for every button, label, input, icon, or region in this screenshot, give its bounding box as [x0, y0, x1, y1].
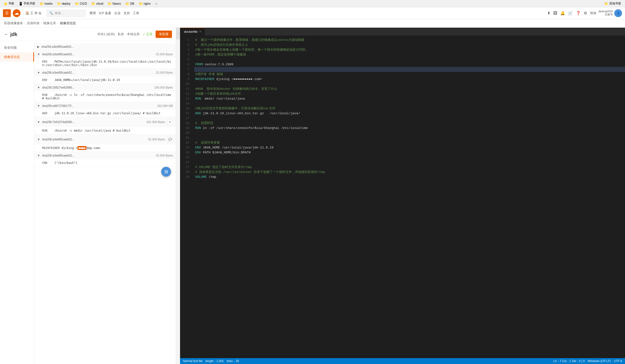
editor-tab-dockerfile[interactable]: dockerfile ✕: [180, 28, 205, 35]
layer-cmd-6: RUN: [42, 129, 47, 132]
bookmark-item-nginx[interactable]: 📁 nginx: [137, 1, 152, 6]
back-button[interactable]: ←: [4, 32, 8, 37]
help-icon[interactable]: ❓: [576, 11, 581, 15]
avatar[interactable]: 👤: [614, 9, 622, 17]
layer-cmd-8: CMD: [42, 161, 47, 165]
layer-group-2: ▼ sha256:a3ed95caeb02... 32.000 Bytes EN…: [34, 51, 176, 69]
user-menu[interactable]: djcking2020 主账号 👤: [598, 9, 622, 17]
code-line: # 其效果是在主机 /var/lib/docker 目录下创建了一个临时文件，并…: [194, 170, 625, 175]
grid-icon: ⊞: [164, 169, 168, 174]
fab-button[interactable]: ⊞: [161, 167, 171, 177]
line-number: 17: [180, 116, 189, 121]
layer-size-2: 32.000 Bytes: [156, 53, 173, 56]
status-file-type[interactable]: Normal text file: [183, 359, 203, 363]
menu-button[interactable]: ☰: [3, 9, 11, 17]
layer-header-3[interactable]: ▼ sha256:a3ed95caeb02... 32.000 Bytes: [34, 69, 176, 76]
breadcrumb-current: 镜像层信息: [60, 21, 76, 26]
chat-button[interactable]: 💬: [167, 136, 173, 142]
layer-header-4[interactable]: ▼ sha256:20627ee62685... 156.000 Bytes: [34, 84, 176, 91]
bookmark-other[interactable]: 📁 其他书签: [602, 1, 623, 6]
bookmark-item-naocs[interactable]: 📁 Naocs: [106, 1, 122, 6]
breadcrumb-sep3: /: [58, 22, 59, 25]
bookmark-item-deploy[interactable]: 📁 deploy: [56, 1, 72, 6]
code-line: FROM centos:7.9.2009: [194, 62, 625, 67]
chevron-down-icon: ▼: [37, 104, 40, 108]
layer-header-5[interactable]: ▼ sha256:e8672768177f... 162.084 MB: [34, 102, 176, 110]
line-number: 19: [180, 126, 189, 131]
folder-icon: 📁: [75, 2, 79, 6]
sidebar-item-security[interactable]: 安全扫描: [0, 43, 34, 52]
editor-content[interactable]: # 建立一个新的镜像文件，配置模板：新建立的镜像是以centos为基础模板# 因…: [192, 36, 625, 358]
bookmark-label: marks: [45, 2, 53, 5]
line-number: 22: [180, 140, 189, 145]
nav-link-support[interactable]: 支持: [124, 11, 130, 15]
bookmark-item-db[interactable]: 📁 DB: [124, 1, 136, 6]
star-icon: ⭐: [3, 2, 8, 6]
bookmark-item-cicd[interactable]: 📁 CICD: [73, 1, 88, 6]
bookmark-label: nginx: [144, 2, 151, 5]
breadcrumb-instance[interactable]: 实例列表: [27, 21, 40, 26]
nav-link-icp[interactable]: ICP 备案: [99, 11, 111, 15]
layer-value-3: JAVA_HOME=/usr/local/java/jdk-11.0.19: [55, 78, 120, 82]
bell-icon[interactable]: 🔔: [560, 11, 565, 15]
code-line: [194, 131, 625, 136]
layer-group-3: ▼ sha256:a3ed95caeb02... 32.000 Bytes EN…: [34, 69, 176, 84]
chevron-right-icon: ▶: [37, 45, 39, 48]
editor-body: 1234567891011121314151617181920212223242…: [180, 36, 625, 358]
breadcrumb-service[interactable]: 容器镜像服务: [4, 21, 23, 26]
logo-icon: ☁: [14, 10, 19, 16]
nav-link-ticket[interactable]: 工单: [133, 11, 139, 15]
folder-icon: 📁: [604, 2, 608, 6]
search-icon: 🔍: [49, 11, 53, 15]
line-number: 27: [180, 165, 189, 170]
settings-icon[interactable]: ⚙: [584, 11, 587, 15]
layer-actions-6: ✏: [167, 119, 173, 125]
avatar-icon: 👤: [616, 11, 620, 15]
line-number: 20: [180, 131, 189, 136]
layer-cmd-7: MAINTAINER: [42, 146, 60, 150]
edit-button[interactable]: ✏: [167, 119, 173, 125]
page-header: ← jdk 华东1 (杭州) 私有 本地仓库 ✓ 正常 举部署: [0, 28, 176, 41]
layer-header-6[interactable]: ▼ sha256:7e51074a8390... 181.000 Bytes ✏: [34, 117, 176, 127]
collapse-panel-toggle[interactable]: ‹: [176, 28, 180, 39]
status-cursor: Ln：7 Col：1 Sel：0 | 0: [553, 359, 585, 363]
nav-link-cost[interactable]: 费用: [90, 11, 96, 15]
breadcrumb-sep1: /: [25, 22, 26, 25]
bookmark-item-bookmarks[interactable]: ⭐ 书签: [2, 1, 16, 6]
layer-header-2[interactable]: ▼ sha256:a3ed95caeb02... 32.000 Bytes: [34, 51, 176, 58]
image-icon[interactable]: 🖼: [553, 11, 557, 15]
bookmark-item-mobile[interactable]: 📱 手机书签: [17, 1, 37, 6]
bookmark-item-cloud[interactable]: 📁 cloud: [90, 1, 105, 6]
layer-header-7[interactable]: ▼ sha256:a3ed95caeb02... 32.000 Bytes 💬: [34, 135, 176, 144]
mobile-icon: 📱: [19, 2, 23, 6]
layer-hash-6: sha256:7e51074a8390...: [42, 120, 144, 124]
layer-header-8[interactable]: ▼ sha256:a3ed95caeb02... 32.000 Bytes: [34, 152, 176, 159]
menu-icon: ☰: [5, 11, 9, 15]
logo[interactable]: ☁: [13, 9, 21, 17]
line-number: 4: [180, 52, 189, 57]
layer-header-1[interactable]: ▶ sha256:a3ed95caeb02...: [34, 43, 176, 50]
chevron-down-icon: ▼: [37, 86, 40, 89]
language-label[interactable]: 简体: [590, 11, 596, 15]
line-number: 25: [180, 155, 189, 160]
folder-icon: 📁: [57, 2, 61, 6]
workbench-btn[interactable]: 🏠 工 作 台: [23, 9, 45, 17]
line-number: 29: [180, 175, 189, 180]
nav-bar: ☰ ☁ 🏠 工 作 台 🔍 搜索... 费用 ICP 备案 企业 支持 工单 ⬆…: [0, 7, 625, 19]
cart-icon[interactable]: 🛒: [568, 11, 573, 15]
bookmark-more-btn[interactable]: »: [153, 1, 159, 6]
user-role: 主账号: [598, 13, 613, 16]
cloud-upload-icon[interactable]: ⬆: [547, 11, 550, 15]
sidebar-item-layers[interactable]: 镜像层信息: [0, 52, 34, 62]
detail-button[interactable]: 举部署: [156, 30, 172, 38]
tab-label: dockerfile: [184, 30, 198, 33]
search-box[interactable]: 🔍 搜索...: [46, 10, 86, 17]
breadcrumb-repo[interactable]: 镜像仓库: [43, 21, 56, 26]
nav-link-enterprise[interactable]: 企业: [114, 11, 121, 15]
layer-cmd-3: ENV: [42, 78, 47, 82]
chevron-down-icon: ▼: [37, 154, 40, 157]
layer-hash-7: sha256:a3ed95caeb02...: [42, 138, 146, 141]
tab-close-btn[interactable]: ✕: [199, 30, 201, 33]
bookmark-item-marks[interactable]: 📁 marks: [38, 1, 54, 6]
status-bar-right: Ln：7 Col：1 Sel：0 | 0 Windows (CR LF) UTF…: [553, 359, 622, 363]
